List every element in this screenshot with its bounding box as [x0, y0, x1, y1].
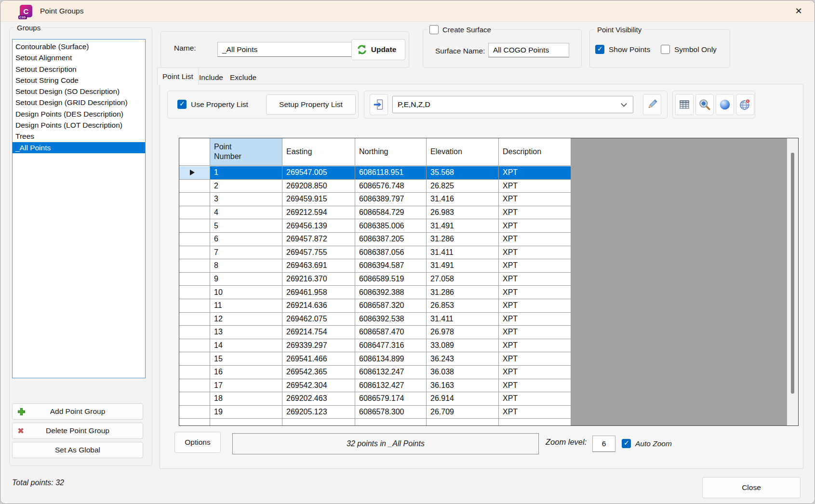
table-cell[interactable]: 1 [210, 166, 282, 179]
table-cell[interactable]: 269547.005 [282, 166, 355, 179]
group-list-item[interactable]: Trees [13, 131, 145, 142]
table-cell[interactable]: 269542.304 [282, 379, 355, 392]
table-row[interactable]: 19269205.1236086578.30026.709XPT [179, 406, 571, 419]
table-row[interactable]: 16269542.3656086132.24736.038XPT [179, 366, 571, 379]
row-selector-cell[interactable] [179, 219, 210, 232]
auto-zoom-row[interactable]: Auto Zoom [622, 439, 672, 448]
auto-zoom-checkbox[interactable] [622, 439, 631, 448]
table-cell[interactable]: 6086134.899 [355, 352, 427, 365]
table-cell[interactable]: 269462.075 [282, 313, 355, 326]
table-cell[interactable]: 6086132.247 [355, 366, 427, 379]
group-list-item[interactable]: _All Points [13, 142, 145, 153]
table-cell[interactable]: 17 [210, 379, 282, 392]
table-cell[interactable]: 269459.915 [282, 193, 355, 206]
surface-name-input[interactable]: All COGO Points [488, 43, 569, 57]
table-row[interactable]: 18269202.4636086579.17426.914XPT [179, 392, 571, 406]
table-cell[interactable]: XPT [499, 193, 571, 206]
table-cell[interactable]: 6086392.388 [355, 286, 427, 299]
table-row[interactable]: 4269212.5946086584.72926.983XPT [179, 206, 571, 220]
name-input[interactable]: _All Points [217, 42, 353, 57]
set-as-global-button[interactable]: Set As Global [12, 442, 143, 458]
edit-pencil-icon[interactable] [643, 94, 661, 115]
close-button[interactable]: Close [702, 477, 801, 498]
show-points-checkbox[interactable] [595, 45, 604, 54]
table-row[interactable]: 11269214.6366086587.32026.853XPT [179, 299, 571, 313]
row-selector-cell[interactable] [179, 366, 210, 379]
table-cell[interactable]: 269214.636 [282, 299, 355, 312]
table-grid-icon[interactable] [675, 94, 694, 115]
table-cell[interactable]: XPT [499, 392, 571, 405]
table-cell[interactable]: 16 [210, 366, 282, 379]
use-property-list-checkbox[interactable] [177, 100, 187, 109]
table-cell[interactable]: 6086118.951 [355, 166, 427, 179]
add-point-group-button[interactable]: Add Point Group [12, 403, 143, 420]
table-cell[interactable]: 269457.755 [282, 246, 355, 259]
table-cell[interactable]: 35.568 [427, 166, 499, 179]
table-row[interactable]: 8269463.6916086394.58731.491XPT [179, 259, 571, 273]
table-row[interactable]: 6269457.8726086387.20531.286XPT [179, 233, 571, 246]
table-cell[interactable]: 9 [210, 273, 282, 286]
table-cell[interactable]: XPT [499, 339, 571, 352]
table-cell[interactable]: 269542.365 [282, 366, 355, 379]
table-cell[interactable]: XPT [499, 406, 571, 419]
row-selector-cell[interactable] [179, 352, 210, 365]
row-selector-cell[interactable] [179, 326, 210, 339]
tab-exclude[interactable]: Exclude [225, 71, 261, 84]
table-cell[interactable]: 269541.466 [282, 352, 355, 365]
table-cell[interactable]: 6086132.427 [355, 379, 427, 392]
table-cell[interactable]: XPT [499, 366, 571, 379]
column-header-elevation[interactable]: Elevation [427, 138, 499, 165]
zoom-level-input[interactable]: 6 [592, 436, 615, 452]
table-cell[interactable]: XPT [499, 299, 571, 312]
symbol-only-checkbox-row[interactable]: Symbol Only [661, 45, 717, 54]
table-cell[interactable]: 26.914 [427, 392, 499, 405]
row-selector-cell[interactable] [179, 299, 210, 312]
table-cell[interactable]: 31.416 [427, 193, 499, 206]
table-cell[interactable]: XPT [499, 166, 571, 179]
group-list-item[interactable]: Design Points (LOT Description) [13, 119, 145, 131]
table-cell[interactable]: 269212.594 [282, 206, 355, 219]
table-cell[interactable]: XPT [499, 206, 571, 219]
group-list-item[interactable]: Setout Design (SO Description) [13, 86, 145, 97]
table-cell[interactable]: 269461.958 [282, 286, 355, 299]
table-cell[interactable]: 269202.463 [282, 392, 355, 405]
group-list-item[interactable]: Contourable (Surface) [13, 41, 145, 52]
row-selector-cell[interactable] [179, 406, 210, 419]
table-cell[interactable]: 6086576.748 [355, 180, 427, 193]
table-cell[interactable]: 31.411 [427, 246, 499, 259]
groups-listbox[interactable]: Contourable (Surface)Setout AlignmentSet… [12, 39, 146, 378]
create-surface-checkbox[interactable] [429, 25, 439, 34]
delete-point-group-button[interactable]: ✖ Delete Point Group [12, 423, 143, 439]
table-cell[interactable]: 18 [210, 392, 282, 405]
table-cell[interactable]: XPT [499, 379, 571, 392]
group-list-item[interactable]: Setout String Code [13, 75, 145, 86]
table-cell[interactable]: 33.089 [427, 339, 499, 352]
table-cell[interactable]: 3 [210, 193, 282, 206]
table-cell[interactable]: XPT [499, 313, 571, 326]
table-row[interactable]: 7269457.7556086387.05631.411XPT [179, 246, 571, 260]
table-cell[interactable]: 31.491 [427, 219, 499, 232]
table-cell[interactable]: 6086587.320 [355, 299, 427, 312]
table-cell[interactable]: 6086477.316 [355, 339, 427, 352]
table-cell[interactable]: 2 [210, 180, 282, 193]
table-cell[interactable]: 13 [210, 326, 282, 339]
table-row[interactable]: 9269216.3706086589.51927.058XPT [179, 273, 571, 286]
format-dropdown[interactable]: P,E,N,Z,D [392, 96, 633, 113]
table-cell[interactable]: 31.286 [427, 233, 499, 246]
tab-include[interactable]: Include [194, 71, 228, 84]
table-cell[interactable]: 8 [210, 259, 282, 272]
row-selector-cell[interactable] [179, 392, 210, 405]
table-cell[interactable]: 36.163 [427, 379, 499, 392]
table-row[interactable]: 17269542.3046086132.42736.163XPT [179, 379, 571, 393]
row-selector-cell[interactable] [179, 313, 210, 326]
table-cell[interactable]: 6086387.056 [355, 246, 427, 259]
update-button[interactable]: Update [351, 39, 405, 60]
table-cell[interactable]: 6086387.205 [355, 233, 427, 246]
table-row[interactable]: 10269461.9586086392.38831.286XPT [179, 286, 571, 299]
table-row[interactable]: 1269547.0056086118.95135.568XPT [179, 166, 571, 180]
table-cell[interactable]: 6086589.519 [355, 273, 427, 286]
table-cell[interactable]: 6086385.006 [355, 219, 427, 232]
table-cell[interactable]: 14 [210, 339, 282, 352]
table-cell[interactable]: 10 [210, 286, 282, 299]
table-cell[interactable]: 27.058 [427, 273, 499, 286]
